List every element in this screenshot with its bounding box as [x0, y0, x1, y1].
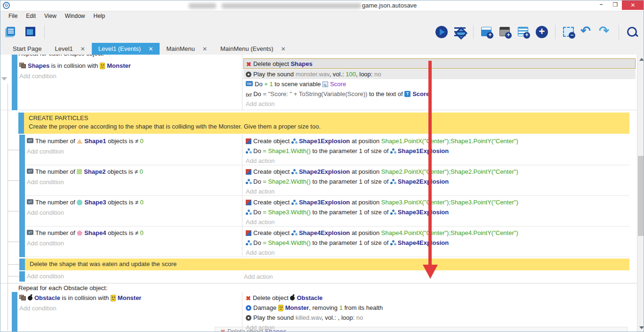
menu-window[interactable]: Window [61, 11, 89, 21]
text-segment: Do [255, 81, 264, 88]
comment-handle-bar[interactable] [18, 113, 24, 134]
action-row[interactable]: Do = Shape4.Width() to the parameter 1 o… [246, 238, 449, 248]
add-action-link[interactable]: Add action [246, 99, 274, 109]
event-repeat-shapes[interactable]: Repeat for each Shapes object: Shapes is… [0, 55, 637, 110]
tab-close-icon[interactable]: ✕ [80, 46, 85, 52]
add-condition-link[interactable]: Add condition [19, 71, 56, 81]
scene-editor-icon[interactable] [24, 25, 37, 39]
condition-row[interactable]: The number of Shape3 objects is ≠ 0 [27, 197, 144, 207]
action-row[interactable]: Create object Shape4Explosion at positio… [246, 228, 518, 238]
tab-level1[interactable]: Level1✕ [48, 43, 91, 55]
event-repeat-obstacle[interactable]: Repeat for each Obstacle object: Obstacl… [0, 283, 637, 332]
debug-icon[interactable] [453, 25, 467, 39]
tab-close-icon[interactable]: ✕ [148, 46, 153, 52]
condition-row[interactable]: The number of Shape4 objects is ≠ 0 [27, 228, 144, 238]
event-handle-bar[interactable] [19, 165, 25, 196]
add-action-link[interactable]: Add action [246, 323, 274, 332]
text-segment: = "Score: " + ToString(Variable(Score)) [263, 90, 367, 97]
particle-icon [291, 138, 297, 144]
add-condition-link[interactable]: Add condition [27, 238, 64, 248]
comment-handle-bar[interactable] [19, 259, 25, 270]
subevent-shape3[interactable]: The number of Shape3 objects is ≠ 0 Add … [19, 196, 629, 227]
tab-mainmenu-events[interactable]: MainMenu (Events)✕ [214, 43, 292, 55]
event-handle-bar[interactable] [19, 271, 25, 282]
action-row[interactable]: Play the sound killed.wav, vol.: , loop:… [246, 313, 363, 323]
restore-button[interactable]: ❐ [609, 0, 622, 10]
project-manager-icon[interactable] [5, 25, 18, 39]
condition-row[interactable]: Shapes is in collision with Monster [19, 61, 131, 71]
menu-view[interactable]: View [40, 11, 61, 21]
subevent-shape4[interactable]: The number of Shape4 objects is ≠ 0 Add … [19, 227, 629, 257]
action-row[interactable]: Create object Shape1Explosion at positio… [246, 136, 518, 146]
menu-help[interactable]: Help [89, 11, 110, 21]
tab-close-icon[interactable]: ✕ [281, 46, 286, 52]
text-segment: from its health [343, 304, 383, 311]
scrollbar-thumb[interactable] [638, 156, 644, 236]
action-row[interactable]: Do = Shape2.Width() to the parameter 1 o… [246, 177, 449, 186]
action-row[interactable]: Damage Monster, removing 1 from its heal… [246, 303, 383, 313]
menu-file[interactable]: File [4, 11, 22, 21]
add-action-link[interactable]: Add action [246, 186, 274, 196]
tab-start-page[interactable]: Start Page [6, 43, 48, 55]
action-row[interactable]: Create object Shape2Explosion at positio… [246, 167, 518, 177]
add-circle-icon[interactable] [535, 25, 548, 39]
subevent-shape2[interactable]: The number of Shape2 objects is ≠ 0 Add … [19, 165, 629, 196]
event-header-text: Repeat for each Obstacle object: [18, 284, 107, 292]
text-segment: Score [330, 81, 346, 88]
event-handle-bar[interactable] [12, 292, 17, 332]
action-row[interactable]: Do = Shape3.Width() to the parameter 1 o… [246, 207, 449, 217]
action-row[interactable]: Play the sound monster.wav, vol.: 100, l… [243, 69, 636, 79]
condition-row[interactable]: Obstacle is in collision with Monster [19, 293, 141, 303]
create-object-icon [246, 138, 251, 144]
event-handle-bar[interactable] [12, 55, 17, 110]
tree-line [8, 180, 19, 181]
minimize-button[interactable]: – [595, 0, 608, 10]
add-condition-link[interactable]: Add condition [27, 146, 64, 156]
add-condition-link[interactable]: Add condition [27, 271, 64, 281]
search-icon[interactable] [626, 25, 639, 39]
tab-level1-events[interactable]: Level1 (Events)✕ [92, 43, 160, 55]
action-row-selected[interactable]: Delete object Shapes [243, 58, 636, 69]
action-row[interactable]: Do + 1 to scene variable Score [246, 79, 346, 89]
play-icon[interactable] [435, 25, 448, 39]
action-row[interactable]: Do = Shape1.Width() to the parameter 1 o… [246, 146, 449, 156]
menu-edit[interactable]: Edit [22, 11, 40, 21]
redo-icon[interactable] [599, 25, 612, 39]
add-comment-icon[interactable] [517, 25, 530, 39]
tree-line [8, 242, 19, 242]
add-subevent-icon[interactable] [499, 25, 512, 39]
add-action-link[interactable]: Add action [246, 156, 274, 166]
collision-icon [19, 63, 26, 68]
text-segment: 0 [140, 168, 143, 175]
action-row[interactable]: Do = "Score: " + ToString(Variable(Score… [246, 89, 429, 99]
delete-selection-icon[interactable] [562, 25, 575, 39]
add-condition-link[interactable]: Add condition [19, 303, 56, 313]
scroll-down-icon[interactable] [639, 326, 644, 329]
scroll-up-icon[interactable] [639, 58, 644, 61]
event-handle-bar[interactable] [19, 135, 25, 165]
condition-row[interactable]: The number of Shape1 objects is ≠ 0 [27, 136, 144, 146]
text-segment: Create object [253, 138, 291, 145]
add-condition-link[interactable]: Add condition [27, 208, 64, 218]
particle-icon [390, 179, 396, 185]
add-condition-link[interactable]: Add condition [27, 177, 64, 187]
add-action-link[interactable]: Add action [244, 272, 273, 282]
add-event-icon[interactable] [480, 25, 493, 39]
add-action-link[interactable]: Add action [246, 248, 274, 258]
action-row[interactable]: Delete object Obstacle [246, 293, 322, 303]
subevent-shape1[interactable]: The number of Shape1 objects is ≠ 0 Add … [19, 135, 629, 165]
close-button[interactable]: ✕ [622, 0, 644, 10]
text-segment: 0 [140, 138, 144, 145]
action-row[interactable]: Create object Shape3Explosion at positio… [246, 197, 518, 207]
particle-icon [390, 148, 396, 154]
vertical-scrollbar[interactable] [637, 55, 644, 332]
text-segment: = Shape1.Width() [263, 147, 311, 154]
event-handle-bar[interactable] [19, 227, 25, 257]
tab-mainmenu[interactable]: MainMenu✕ [160, 43, 214, 55]
condition-row[interactable]: The number of Shape2 objects is ≠ 0 [27, 167, 143, 177]
tab-close-icon[interactable]: ✕ [202, 46, 207, 52]
add-action-link[interactable]: Add action [246, 217, 274, 227]
text-segment: to the parameter 1 of size of [311, 178, 390, 185]
event-handle-bar[interactable] [19, 196, 25, 227]
undo-icon[interactable] [580, 25, 594, 39]
